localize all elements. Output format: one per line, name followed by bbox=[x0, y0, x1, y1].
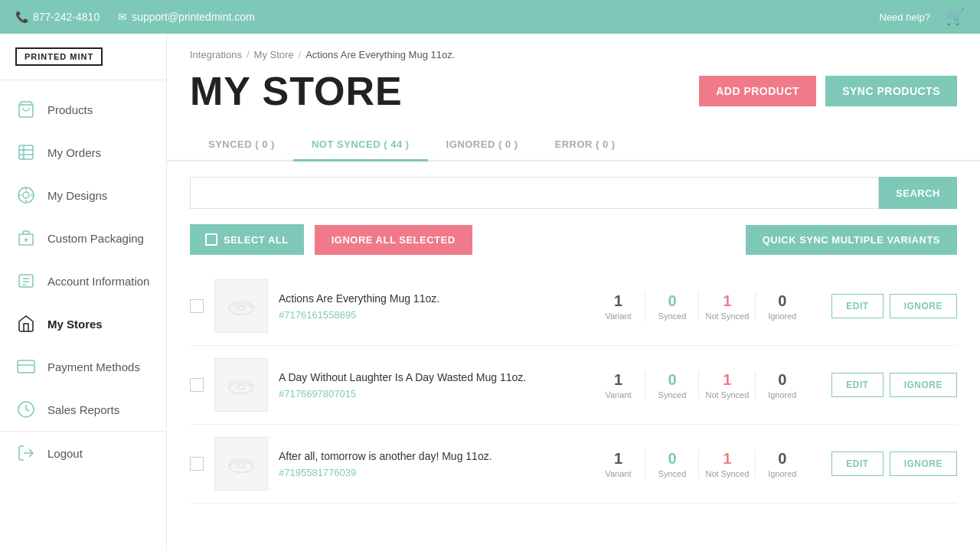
email-icon: ✉ bbox=[118, 11, 127, 23]
logo: PRINTED MINT bbox=[15, 47, 103, 66]
stat-label-notsynced: Not Synced bbox=[705, 469, 749, 478]
product-image-2 bbox=[214, 358, 268, 412]
stat-ignored-3: 0 Ignored bbox=[755, 450, 808, 478]
stat-label-notsynced: Not Synced bbox=[705, 390, 749, 399]
sidebar-item-my-designs[interactable]: My Designs bbox=[0, 174, 166, 217]
breadcrumb-sep-2: / bbox=[299, 49, 302, 60]
product-checkbox-1[interactable] bbox=[190, 299, 204, 313]
stat-number-ignored: 0 bbox=[762, 292, 802, 310]
top-bar: 📞 877-242-4810 ✉ support@printedmint.com… bbox=[0, 0, 980, 34]
table-row: After all, tomorrow is another day! Mug … bbox=[190, 425, 957, 504]
ignore-button-2[interactable]: IGNORE bbox=[890, 373, 957, 397]
product-sku-2[interactable]: #7176697807015 bbox=[279, 388, 573, 399]
stat-number-notsynced: 1 bbox=[705, 450, 749, 468]
sidebar-item-payment-methods[interactable]: Payment Methods bbox=[0, 345, 166, 388]
ignore-button-3[interactable]: IGNORE bbox=[890, 452, 957, 476]
sidebar-item-my-orders[interactable]: My Orders bbox=[0, 131, 166, 174]
account-icon bbox=[15, 270, 37, 292]
product-sku-3[interactable]: #7195581776039 bbox=[279, 467, 573, 478]
sidebar-item-label: Account Information bbox=[47, 275, 149, 288]
product-checkbox-3[interactable] bbox=[190, 457, 204, 471]
product-stats-1: 1 Variant 0 Synced 1 Not Synced 0 Ignore… bbox=[591, 292, 808, 321]
cart-icon[interactable]: 🛒 bbox=[946, 8, 965, 26]
select-all-checkbox-icon bbox=[205, 233, 217, 246]
edit-button-2[interactable]: EDIT bbox=[831, 373, 883, 397]
packaging-icon bbox=[15, 227, 37, 249]
product-actions-1: EDIT IGNORE bbox=[831, 294, 957, 318]
tab-error[interactable]: ERROR ( 0 ) bbox=[537, 129, 634, 161]
quick-sync-button[interactable]: QUICK SYNC MULTIPLE VARIANTS bbox=[746, 225, 957, 255]
sidebar-item-account-information[interactable]: Account Information bbox=[0, 259, 166, 302]
sidebar-item-my-stores[interactable]: My Stores bbox=[0, 302, 166, 345]
product-info-3: After all, tomorrow is another day! Mug … bbox=[279, 449, 573, 479]
product-checkbox-2[interactable] bbox=[190, 378, 204, 392]
email-contact: ✉ support@printedmint.com bbox=[118, 11, 255, 23]
stat-ignored-2: 0 Ignored bbox=[755, 371, 808, 399]
product-stats-2: 1 Variant 0 Synced 1 Not Synced 0 Ignore… bbox=[591, 371, 808, 399]
sidebar-nav: Products My Orders My Designs bbox=[0, 80, 166, 551]
stat-number-variants: 1 bbox=[597, 292, 639, 310]
svg-rect-18 bbox=[18, 360, 34, 373]
select-all-label: SELECT ALL bbox=[224, 234, 289, 246]
stat-synced-1: 0 Synced bbox=[645, 292, 698, 321]
ignore-button-1[interactable]: IGNORE bbox=[890, 294, 957, 318]
help-link[interactable]: Need help? bbox=[880, 11, 931, 23]
product-actions-3: EDIT IGNORE bbox=[831, 452, 957, 476]
stat-label-synced: Synced bbox=[652, 311, 692, 321]
tabs-container: SYNCED ( 0 ) NOT SYNCED ( 44 ) IGNORED (… bbox=[167, 129, 980, 161]
sidebar-item-label: My Stores bbox=[47, 318, 103, 331]
product-stats-3: 1 Variant 0 Synced 1 Not Synced 0 Ignore… bbox=[591, 450, 808, 478]
sync-products-button[interactable]: SYNC PRODUCTS bbox=[825, 76, 957, 106]
logout-icon bbox=[15, 442, 37, 464]
sidebar-item-label: Sales Reports bbox=[47, 403, 119, 416]
stat-number-notsynced: 1 bbox=[705, 371, 749, 389]
stat-notsynced-2: 1 Not Synced bbox=[698, 371, 755, 399]
edit-button-1[interactable]: EDIT bbox=[831, 294, 883, 318]
ignore-all-selected-button[interactable]: IGNORE ALL SELECTED bbox=[315, 225, 472, 255]
sidebar: PRINTED MINT Products My Orders bbox=[0, 34, 167, 551]
phone-number: 877-242-4810 bbox=[33, 11, 100, 23]
product-sku-1[interactable]: #7176161558695 bbox=[279, 309, 573, 321]
stat-label-synced: Synced bbox=[652, 390, 692, 399]
tab-not-synced[interactable]: NOT SYNCED ( 44 ) bbox=[293, 129, 428, 161]
sidebar-item-products[interactable]: Products bbox=[0, 88, 166, 131]
add-product-button[interactable]: ADD PRODUCT bbox=[699, 76, 816, 106]
orders-icon bbox=[15, 142, 37, 163]
top-bar-right: Need help? 🛒 bbox=[880, 8, 965, 26]
sidebar-item-custom-packaging[interactable]: Custom Packaging bbox=[0, 217, 166, 259]
search-input[interactable] bbox=[190, 177, 879, 209]
breadcrumb-integrations[interactable]: Integrations bbox=[190, 49, 242, 60]
stat-variants-2: 1 Variant bbox=[591, 371, 645, 399]
select-all-button[interactable]: SELECT ALL bbox=[190, 224, 304, 255]
product-info-1: Actions Are Everything Mug 11oz. #717616… bbox=[279, 292, 573, 321]
stat-label-ignored: Ignored bbox=[762, 469, 802, 478]
table-row: Actions Are Everything Mug 11oz. #717616… bbox=[190, 267, 957, 346]
stat-notsynced-1: 1 Not Synced bbox=[698, 292, 755, 321]
edit-button-3[interactable]: EDIT bbox=[831, 452, 883, 476]
svg-point-23 bbox=[237, 306, 246, 310]
product-image-1 bbox=[214, 279, 268, 333]
breadcrumb-sep-1: / bbox=[247, 49, 250, 60]
sidebar-item-label: Payment Methods bbox=[47, 360, 140, 373]
tab-ignored[interactable]: IGNORED ( 0 ) bbox=[428, 129, 537, 161]
stat-number-synced: 0 bbox=[652, 292, 692, 310]
breadcrumb-my-store[interactable]: My Store bbox=[254, 49, 294, 60]
page-header: MY STORE ADD PRODUCT SYNC PRODUCTS bbox=[167, 68, 980, 129]
sidebar-item-sales-reports[interactable]: Sales Reports bbox=[0, 388, 166, 431]
stores-icon bbox=[15, 313, 37, 334]
product-name-1: Actions Are Everything Mug 11oz. bbox=[279, 292, 573, 307]
product-name-3: After all, tomorrow is another day! Mug … bbox=[279, 449, 573, 465]
action-row: SELECT ALL IGNORE ALL SELECTED QUICK SYN… bbox=[167, 224, 980, 267]
search-button[interactable]: SEARCH bbox=[879, 177, 957, 209]
stat-label-ignored: Ignored bbox=[762, 390, 802, 399]
tab-synced[interactable]: SYNCED ( 0 ) bbox=[190, 129, 293, 161]
stat-notsynced-3: 1 Not Synced bbox=[698, 450, 755, 478]
stat-label-ignored: Ignored bbox=[762, 311, 802, 321]
breadcrumb: Integrations / My Store / Actions Are Ev… bbox=[167, 34, 980, 68]
sidebar-item-label: Products bbox=[47, 103, 93, 116]
svg-rect-1 bbox=[19, 145, 33, 159]
product-actions-2: EDIT IGNORE bbox=[831, 373, 957, 397]
designs-icon bbox=[15, 184, 37, 206]
stat-variants-3: 1 Variant bbox=[591, 450, 645, 478]
sidebar-item-logout[interactable]: Logout bbox=[0, 431, 166, 474]
